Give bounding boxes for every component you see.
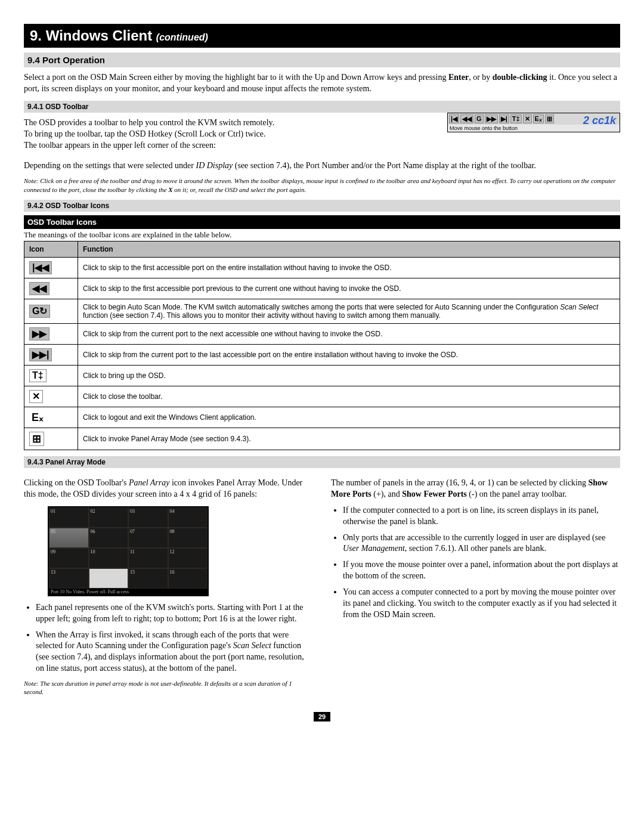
table-row: ✕ Click to close the toolbar.: [24, 386, 620, 407]
right-bullets: If the computer connected to a port is o…: [331, 505, 620, 621]
table-row: Eₓ Click to logout and exit the Windows …: [24, 407, 620, 428]
section-9-4-head: 9.4 Port Operation: [24, 52, 620, 67]
sub-9-4-1-head: 9.4.1 OSD Toolbar: [24, 101, 620, 113]
list-item: When the Array is first invoked, it scan…: [36, 630, 313, 675]
panel-array-icon: ⊞: [29, 432, 44, 446]
sub-9-4-2-head: 9.4.2 OSD Toolbar Icons: [24, 200, 620, 212]
tb-osd-icon: T‡: [510, 114, 522, 123]
skip-first-icon: |◀◀: [29, 261, 52, 274]
tb-skip-prev-icon: ◀◀: [460, 114, 473, 123]
table-row: ◀◀ Click to skip to the first accessible…: [24, 278, 620, 299]
toolbar-note: Note: Click on a free area of the toolba…: [24, 176, 620, 194]
left-bullets: Each panel represents one of the KVM swi…: [24, 602, 313, 674]
func-text: Click to begin Auto Scan Mode. The KVM s…: [78, 299, 620, 323]
chapter-title: 9. Windows Client (continued): [24, 24, 620, 48]
right-column: The number of panels in the array (16, 9…: [331, 473, 620, 700]
tb-skip-next-icon: ▶▶: [485, 114, 498, 123]
skip-last-icon: ▶▶|: [29, 348, 52, 361]
tb-panel-icon: ⊞: [545, 114, 554, 123]
tb-skip-first-icon: |◀: [449, 114, 459, 123]
autoscan-icon: G↻: [29, 305, 50, 318]
panel-array-note: Note: The scan duration in panel array m…: [24, 679, 313, 696]
toolbar-icons-table: Icon Function |◀◀ Click to skip to the f…: [24, 241, 620, 450]
func-text: Click to skip to the first accessible po…: [78, 278, 620, 299]
left-column: Clicking on the OSD Toolbar's Panel Arra…: [24, 473, 313, 700]
osd-icon: T‡: [29, 369, 47, 382]
skip-prev-icon: ◀◀: [29, 282, 49, 295]
list-item: If you move the mouse pointer over a pan…: [343, 559, 620, 582]
exit-icon: Eₓ: [29, 411, 46, 424]
osd-toolbar-image: |◀ ◀◀ G ▶▶ ▶| T‡ ✕ Eₓ ⊞ Move mouse onto …: [447, 113, 620, 132]
icons-intro: The meanings of the toolbar icons are ex…: [24, 229, 620, 241]
list-item: Each panel represents one of the KVM swi…: [36, 602, 313, 625]
func-text: Click to skip from the current port to t…: [78, 323, 620, 344]
osd-toolbar-icons-title: OSD Toolbar Icons: [24, 215, 620, 229]
tb-exit-icon: Eₓ: [533, 114, 544, 123]
sub-9-4-3-head: 9.4.3 Panel Array Mode: [24, 456, 620, 468]
section-9-4-para: Select a port on the OSD Main Screen eit…: [24, 72, 620, 95]
osd-toolbar-line1: The OSD provides a toolbar to help you c…: [24, 117, 429, 129]
panel-array-screenshot: 01020304 05060708 09101112 13141516 Port…: [48, 506, 209, 596]
table-row: |◀◀ Click to skip to the first accessibl…: [24, 257, 620, 278]
table-row: T‡ Click to bring up the OSD.: [24, 365, 620, 386]
panel-grid-status: Port 10 No Video. Power off. Full access: [49, 589, 208, 595]
table-row: ▶▶ Click to skip from the current port t…: [24, 323, 620, 344]
th-function: Function: [78, 241, 620, 257]
func-text: Click to logout and exit the Windows Cli…: [78, 407, 620, 428]
title-continued: (continued): [156, 32, 208, 42]
func-text: Click to close the toolbar.: [78, 386, 620, 407]
osd-toolbar-line2: To bring up the toolbar, tap the OSD Hot…: [24, 129, 429, 140]
table-row: G↻ Click to begin Auto Scan Mode. The KV…: [24, 299, 620, 323]
close-icon: ✕: [29, 390, 43, 403]
panel-array-intro: Clicking on the OSD Toolbar's Panel Arra…: [24, 478, 313, 500]
osd-toolbar-line3: The toolbar appears in the upper left co…: [24, 140, 429, 151]
panel-count-para: The number of panels in the array (16, 9…: [331, 478, 620, 500]
th-icon: Icon: [24, 241, 78, 257]
func-text: Click to skip from the current port to t…: [78, 344, 620, 365]
list-item: You can access a computer connected to a…: [343, 587, 620, 621]
func-text: Click to skip to the first accessible po…: [78, 257, 620, 278]
func-text: Click to bring up the OSD.: [78, 365, 620, 386]
tb-close-icon: ✕: [523, 114, 532, 123]
page-number: 29: [24, 712, 620, 721]
table-row: ⊞ Click to invoke Panel Array Mode (see …: [24, 428, 620, 450]
list-item: If the computer connected to a port is o…: [343, 505, 620, 528]
table-row: ▶▶| Click to skip from the current port …: [24, 344, 620, 365]
toolbar-port-label: 2 cc1k: [583, 114, 616, 127]
skip-next-icon: ▶▶: [29, 327, 49, 340]
func-text: Click to invoke Panel Array Mode (see se…: [78, 428, 620, 450]
tb-skip-last-icon: ▶|: [499, 114, 509, 123]
list-item: Only ports that are accessible to the cu…: [343, 532, 620, 555]
title-text: 9. Windows Client: [30, 27, 152, 44]
id-display-para: Depending on the settings that were sele…: [24, 160, 620, 172]
tb-autoscan-icon: G: [475, 114, 484, 123]
